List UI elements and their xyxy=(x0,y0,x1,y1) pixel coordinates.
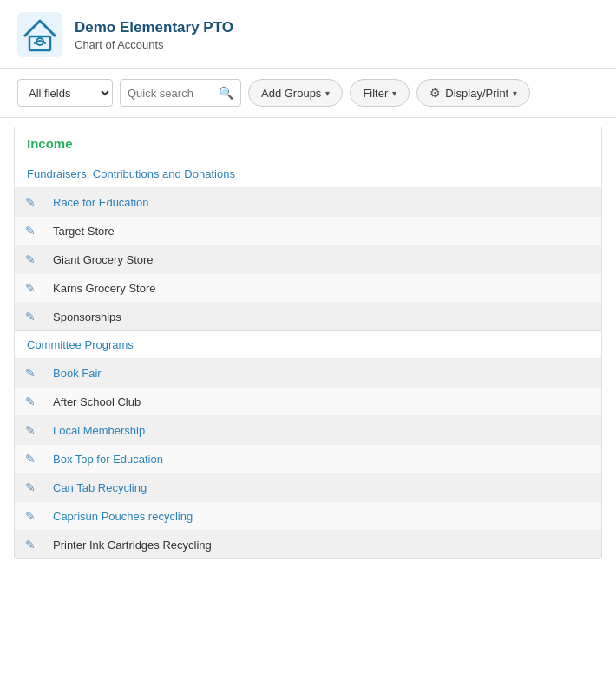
income-section: Income Fundraisers, Contributions and Do… xyxy=(14,127,602,559)
org-logo xyxy=(17,12,62,57)
account-name: Sponsorships xyxy=(49,310,121,323)
field-select[interactable]: All fields Name Code xyxy=(17,79,113,107)
table-row: ✎ Giant Grocery Store xyxy=(15,245,601,273)
account-name: Book Fair xyxy=(49,367,102,380)
gear-icon: ⚙ xyxy=(429,86,441,100)
fundraisers-group: Fundraisers, Contributions and Donations… xyxy=(15,160,601,331)
edit-icon[interactable]: ✎ xyxy=(25,195,49,209)
page-header: Demo Elementary PTO Chart of Accounts xyxy=(0,0,616,69)
page-subtitle: Chart of Accounts xyxy=(75,38,233,51)
fundraisers-group-header: Fundraisers, Contributions and Donations xyxy=(15,160,601,187)
edit-icon[interactable]: ✎ xyxy=(25,423,49,437)
account-name: Box Top for Education xyxy=(49,453,163,466)
search-wrapper[interactable]: 🔍 xyxy=(120,79,241,107)
income-section-header: Income xyxy=(15,127,601,160)
add-groups-button[interactable]: Add Groups ▾ xyxy=(248,79,343,107)
edit-icon[interactable]: ✎ xyxy=(25,395,49,408)
display-print-arrow-icon: ▾ xyxy=(513,88,517,98)
table-row: ✎ After School Club xyxy=(15,387,601,415)
edit-icon[interactable]: ✎ xyxy=(25,538,49,552)
add-groups-label: Add Groups xyxy=(261,87,321,100)
edit-icon[interactable]: ✎ xyxy=(25,452,49,466)
toolbar: All fields Name Code 🔍 Add Groups ▾ Filt… xyxy=(0,69,616,118)
header-text: Demo Elementary PTO Chart of Accounts xyxy=(75,19,233,51)
search-input[interactable] xyxy=(128,87,215,100)
org-name: Demo Elementary PTO xyxy=(75,19,233,36)
table-row: ✎ Box Top for Education xyxy=(15,444,601,473)
display-print-button[interactable]: ⚙ Display/Print ▾ xyxy=(416,79,530,107)
table-row: ✎ Local Membership xyxy=(15,415,601,444)
account-name: Karns Grocery Store xyxy=(49,282,156,295)
table-row: ✎ Printer Ink Cartridges Recycling xyxy=(15,530,601,558)
account-name: Local Membership xyxy=(49,424,145,437)
table-row: ✎ Target Store xyxy=(15,216,601,245)
committee-group-header: Committee Programs xyxy=(15,331,601,358)
account-name: Caprisun Pouches recycling xyxy=(49,510,193,523)
committee-group: Committee Programs ✎ Book Fair ✎ After S… xyxy=(15,331,601,558)
table-row: ✎ Caprisun Pouches recycling xyxy=(15,501,601,530)
filter-arrow-icon: ▾ xyxy=(392,88,396,98)
add-groups-arrow-icon: ▾ xyxy=(325,88,330,98)
edit-icon[interactable]: ✎ xyxy=(25,281,49,295)
table-row: ✎ Book Fair xyxy=(15,358,601,387)
search-icon: 🔍 xyxy=(219,86,233,100)
account-name: Race for Education xyxy=(49,196,149,209)
table-row: ✎ Race for Education xyxy=(15,187,601,216)
edit-icon[interactable]: ✎ xyxy=(25,480,49,494)
filter-button[interactable]: Filter ▾ xyxy=(350,79,410,107)
edit-icon[interactable]: ✎ xyxy=(25,310,49,323)
account-name: Printer Ink Cartridges Recycling xyxy=(49,539,212,552)
account-name: After School Club xyxy=(49,395,141,408)
table-row: ✎ Sponsorships xyxy=(15,302,601,330)
account-name: Target Store xyxy=(49,225,115,238)
account-name: Can Tab Recycling xyxy=(49,481,147,494)
account-name: Giant Grocery Store xyxy=(49,253,154,266)
filter-label: Filter xyxy=(363,87,388,100)
main-content: Income Fundraisers, Contributions and Do… xyxy=(0,118,616,578)
display-print-label: Display/Print xyxy=(445,87,508,100)
edit-icon[interactable]: ✎ xyxy=(25,252,49,266)
table-row: ✎ Can Tab Recycling xyxy=(15,473,601,501)
table-row: ✎ Karns Grocery Store xyxy=(15,273,601,302)
edit-icon[interactable]: ✎ xyxy=(25,509,49,523)
edit-icon[interactable]: ✎ xyxy=(25,224,49,238)
edit-icon[interactable]: ✎ xyxy=(25,366,49,380)
